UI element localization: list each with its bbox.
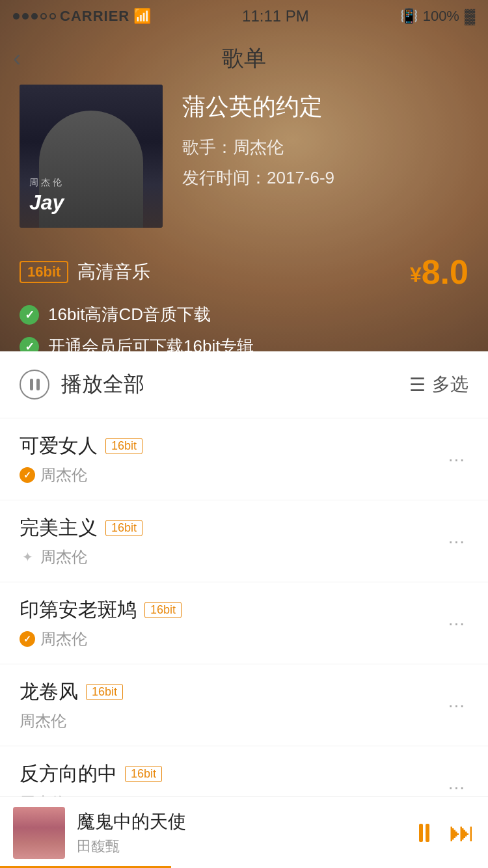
pause-bar-2 <box>36 379 40 390</box>
song-item-3[interactable]: 龙卷风 16bit 周杰伦 ··· <box>0 664 488 746</box>
multiselect-button[interactable]: ☰ 多选 <box>409 372 468 397</box>
song-artist-2: 周杰伦 <box>40 629 87 649</box>
artist-check-icon <box>20 467 35 483</box>
artist-star-icon: ✦ <box>20 549 35 565</box>
page-header: ‹ 歌单 <box>0 33 488 85</box>
signal-dots <box>13 13 56 20</box>
player-pause-bar-1 <box>419 824 423 842</box>
quality-price-row: 16bit 高清音乐 ¥8.0 <box>0 241 488 303</box>
song-artist-row-0: 周杰伦 <box>20 465 445 485</box>
pause-bar-1 <box>30 379 33 390</box>
quality-label: 高清音乐 <box>77 260 150 284</box>
player-artist: 田馥甄 <box>77 837 407 856</box>
album-title: 蒲公英的约定 <box>182 91 468 123</box>
feature-text-1: 16bit高清CD音质下载 <box>48 303 211 326</box>
album-release-label: 发行时间：2017-6-9 <box>182 167 468 189</box>
page-title: 歌单 <box>222 44 266 74</box>
features-list: 16bit高清CD音质下载 开通会员后可下载16bit专辑 <box>0 303 488 351</box>
song-title-row-4: 反方向的中 16bit <box>20 761 445 787</box>
player-pause-bar-2 <box>426 824 429 842</box>
status-time: 11:11 PM <box>242 7 309 25</box>
wifi-icon: 📶 <box>133 8 151 25</box>
album-jay-text: Jay <box>29 191 64 215</box>
status-right: 📳 100% ▓ <box>400 8 475 25</box>
song-bit-tag-3: 16bit <box>86 684 123 700</box>
song-main-0: 可爱女人 16bit 周杰伦 <box>20 433 445 485</box>
price-value: 8.0 <box>422 253 468 291</box>
play-all-label: 播放全部 <box>61 370 144 399</box>
song-main-2: 印第安老斑鸠 16bit 周杰伦 <box>20 597 445 649</box>
song-title-2: 印第安老斑鸠 <box>20 597 137 623</box>
song-artist-0: 周杰伦 <box>40 465 87 485</box>
song-title-row-0: 可爱女人 16bit <box>20 433 445 459</box>
quality-badge: 16bit <box>20 261 68 283</box>
back-button[interactable]: ‹ <box>13 45 21 72</box>
bottom-player: 魔鬼中的天使 田馥甄 ⏭ <box>0 796 488 868</box>
song-title-row-2: 印第安老斑鸠 16bit <box>20 597 445 623</box>
multiselect-label: 多选 <box>432 372 468 397</box>
song-bit-tag-2: 16bit <box>144 602 182 618</box>
player-thumb-image <box>13 807 65 859</box>
song-artist-row-3: 周杰伦 <box>20 711 445 731</box>
player-next-button[interactable]: ⏭ <box>449 818 475 847</box>
player-info: 魔鬼中的天使 田馥甄 <box>77 809 407 856</box>
song-main-1: 完美主义 16bit ✦ 周杰伦 <box>20 515 445 567</box>
battery-label: 100% <box>423 8 459 25</box>
price-tag: ¥8.0 <box>410 252 468 292</box>
signal-dot-5 <box>49 13 56 20</box>
song-artist-3: 周杰伦 <box>20 711 66 731</box>
signal-dot-1 <box>13 13 20 20</box>
album-cover: 周 杰 伦 Jay <box>20 85 163 228</box>
release-label-text: 发行时间： <box>182 168 267 187</box>
check-icon-1 <box>20 305 39 325</box>
song-title-row-1: 完美主义 16bit <box>20 515 445 541</box>
status-left: CARRIER 📶 <box>13 8 151 25</box>
song-bit-tag-0: 16bit <box>105 438 142 454</box>
signal-dot-3 <box>31 13 38 20</box>
album-cn-text: 周 杰 伦 <box>29 177 62 189</box>
feature-text-2: 开通会员后可下载16bit专辑 <box>48 335 254 351</box>
song-title-row-3: 龙卷风 16bit <box>20 679 445 705</box>
play-all-button[interactable]: 播放全部 <box>20 370 144 400</box>
playlist-controls: 播放全部 ☰ 多选 <box>0 351 488 418</box>
song-more-button-3[interactable]: ··· <box>445 688 468 722</box>
signal-dot-4 <box>40 13 47 20</box>
release-date: 2017-6-9 <box>267 168 334 187</box>
battery-icon: ▓ <box>465 8 475 25</box>
status-bar: CARRIER 📶 11:11 PM 📳 100% ▓ <box>0 0 488 33</box>
multiselect-icon: ☰ <box>409 374 426 396</box>
song-bit-tag-4: 16bit <box>125 766 162 782</box>
album-artist-label: 歌手：周杰伦 <box>182 136 468 159</box>
song-title-4: 反方向的中 <box>20 761 117 787</box>
signal-dot-2 <box>22 13 29 20</box>
check-icon-2 <box>20 337 39 352</box>
carrier-label: CARRIER <box>60 8 129 25</box>
song-more-button-2[interactable]: ··· <box>445 606 468 640</box>
song-item-2[interactable]: 印第安老斑鸠 16bit 周杰伦 ··· <box>0 582 488 664</box>
player-pause-button[interactable] <box>419 824 429 842</box>
song-title-1: 完美主义 <box>20 515 98 541</box>
song-more-button-1[interactable]: ··· <box>445 524 468 558</box>
song-main-3: 龙卷风 16bit 周杰伦 <box>20 679 445 731</box>
song-title-0: 可爱女人 <box>20 433 98 459</box>
song-title-3: 龙卷风 <box>20 679 78 705</box>
feature-item-2: 开通会员后可下载16bit专辑 <box>20 335 468 351</box>
artist-label-text: 歌手： <box>182 137 233 157</box>
song-more-button-0[interactable]: ··· <box>445 442 468 476</box>
bluetooth-icon: 📳 <box>400 8 418 25</box>
player-controls[interactable]: ⏭ <box>419 818 475 847</box>
album-cover-inner: 周 杰 伦 Jay <box>20 85 163 228</box>
song-item-0[interactable]: 可爱女人 16bit 周杰伦 ··· <box>0 418 488 500</box>
song-artist-1: 周杰伦 <box>40 547 87 567</box>
feature-item-1: 16bit高清CD音质下载 <box>20 303 468 326</box>
pause-icon <box>20 370 49 400</box>
song-item-1[interactable]: 完美主义 16bit ✦ 周杰伦 ··· <box>0 500 488 582</box>
player-thumbnail <box>13 807 65 859</box>
song-artist-row-1: ✦ 周杰伦 <box>20 547 445 567</box>
price-symbol: ¥ <box>410 263 422 286</box>
player-song-title: 魔鬼中的天使 <box>77 809 407 834</box>
artist-name: 周杰伦 <box>233 137 284 157</box>
album-info: 蒲公英的约定 歌手：周杰伦 发行时间：2017-6-9 <box>182 85 468 197</box>
song-bit-tag-1: 16bit <box>105 520 142 536</box>
song-artist-row-2: 周杰伦 <box>20 629 445 649</box>
